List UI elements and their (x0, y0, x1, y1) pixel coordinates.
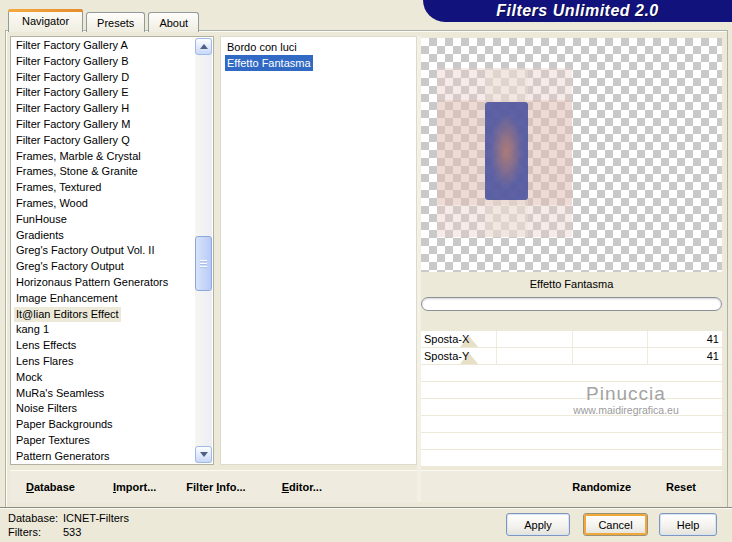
category-item[interactable]: Filter Factory Gallery M (12, 117, 195, 133)
category-item[interactable]: Greg's Factory Output Vol. II (12, 243, 195, 259)
apply-button[interactable]: Apply (506, 513, 570, 536)
category-item[interactable]: Mock (12, 370, 195, 386)
status-filters-label: Filters: (8, 526, 63, 540)
menu-label-accel: E (282, 481, 289, 493)
category-item[interactable]: Frames, Stone & Granite (12, 164, 195, 180)
slider-gridline (572, 348, 573, 364)
watermark-url: www.maidiregrafica.eu (540, 405, 712, 417)
category-item[interactable]: Filter Factory Gallery Q (12, 133, 195, 149)
randomize-button[interactable]: Randomize (572, 481, 631, 493)
category-item[interactable]: Lens Flares (12, 354, 195, 370)
category-item-label: Paper Backgrounds (14, 417, 115, 433)
category-scrollbar[interactable] (195, 38, 212, 463)
slider-gridline (647, 348, 648, 364)
progress-bar (421, 297, 722, 311)
menu-label-pre: Filter (186, 481, 216, 493)
slider-label: Sposta-Y (424, 350, 469, 362)
menu-label: Reset (666, 481, 696, 493)
category-item[interactable]: Paper Backgrounds (12, 417, 195, 433)
slider-label: Sposta-X (424, 333, 469, 345)
reset-button[interactable]: Reset (666, 481, 696, 493)
status-area: Database: ICNET-Filters Filters: 533 (8, 512, 129, 539)
category-item[interactable]: Filter Factory Gallery B (12, 54, 195, 70)
category-item[interactable]: kang 1 (12, 322, 195, 338)
database-button[interactable]: Database (26, 481, 75, 493)
category-item[interactable]: MuRa's Seamless (12, 386, 195, 402)
category-item-label: Frames, Marble & Crystal (14, 149, 143, 165)
category-item-label: Frames, Textured (14, 180, 103, 196)
category-item[interactable]: Image Enhancement (12, 291, 195, 307)
category-item-label: Frames, Wood (14, 196, 90, 212)
category-item-label: kang 1 (14, 322, 51, 338)
editor-button[interactable]: Editor... (282, 481, 322, 493)
status-database-label: Database: (8, 512, 63, 526)
category-item[interactable]: Filter Factory Gallery D (12, 70, 195, 86)
menu-label-post: nfo... (219, 481, 245, 493)
slider-row-sposta-y[interactable]: Sposta-Y41 (421, 348, 722, 364)
category-item[interactable]: Frames, Wood (12, 196, 195, 212)
left-command-bar: DatabaseImport...Filter Info...Editor... (10, 470, 417, 503)
filter-item-label: Bordo con luci (225, 39, 299, 55)
status-database-row: Database: ICNET-Filters (8, 512, 129, 526)
tab-navigator[interactable]: Navigator (8, 9, 83, 32)
slider-stack: Sposta-X41Sposta-Y41 (421, 331, 722, 365)
category-listbox: Filter Factory Gallery AFilter Factory G… (10, 36, 214, 465)
scrollbar-thumb[interactable] (195, 236, 212, 291)
category-item-label: Filter Factory Gallery B (14, 54, 130, 70)
empty-row (421, 433, 722, 449)
filter-item[interactable]: Bordo con luci (221, 39, 416, 55)
category-item[interactable]: Filter Factory Gallery E (12, 85, 195, 101)
category-item[interactable]: Greg's Factory Output (12, 259, 195, 275)
tab-presets[interactable]: Presets (86, 12, 145, 32)
category-item[interactable]: Gradients (12, 228, 195, 244)
menu-label-accel: D (26, 481, 34, 493)
category-item-label: Filter Factory Gallery A (14, 38, 130, 54)
slider-row-sposta-x[interactable]: Sposta-X41 (421, 331, 722, 347)
category-item[interactable]: Pattern Generators (12, 449, 195, 463)
help-button[interactable]: Help (659, 513, 717, 536)
category-item-label: Filter Factory Gallery E (14, 85, 130, 101)
slider-gridline (572, 331, 573, 347)
category-item[interactable]: Frames, Marble & Crystal (12, 149, 195, 165)
menu-label-post: atabase (34, 481, 75, 493)
category-item[interactable]: Lens Effects (12, 338, 195, 354)
category-item[interactable]: Horizonaus Pattern Generators (12, 275, 195, 291)
slider-gridline (647, 331, 648, 347)
filter-info-button[interactable]: Filter Info... (186, 481, 245, 493)
filter-item[interactable]: Effetto Fantasma (221, 55, 416, 71)
title-banner: Filters Unlimited 2.0 (423, 0, 732, 22)
category-item-label: MuRa's Seamless (14, 386, 106, 402)
category-item[interactable]: Paper Textures (12, 433, 195, 449)
category-item-label: Pattern Generators (14, 449, 112, 463)
menu-label-post: ditor... (289, 481, 322, 493)
category-item-label: It@lian Editors Effect (14, 307, 121, 323)
category-item-label: Image Enhancement (14, 291, 120, 307)
category-item-label: Lens Flares (14, 354, 75, 370)
category-item[interactable]: Filter Factory Gallery H (12, 101, 195, 117)
tab-about[interactable]: About (148, 12, 199, 32)
category-item-label: Noise Filters (14, 401, 79, 417)
import-button[interactable]: Import... (113, 481, 156, 493)
category-item-label: Paper Textures (14, 433, 92, 449)
category-item[interactable]: It@lian Editors Effect (12, 307, 195, 323)
category-item[interactable]: Filter Factory Gallery A (12, 38, 195, 54)
tab-about-label: About (159, 17, 188, 29)
category-item[interactable]: FunHouse (12, 212, 195, 228)
slider-gridline (496, 348, 497, 364)
selected-filter-name: Effetto Fantasma (530, 278, 614, 290)
category-item[interactable]: Noise Filters (12, 401, 195, 417)
cancel-button[interactable]: Cancel (583, 513, 648, 536)
category-item[interactable]: Frames, Textured (12, 180, 195, 196)
scroll-down-button[interactable] (195, 446, 212, 463)
category-item-label: Greg's Factory Output Vol. II (14, 243, 156, 259)
watermark-name: Pinuccia (540, 384, 712, 405)
preview-image-core (485, 102, 528, 200)
tab-strip: Navigator Presets About (8, 9, 202, 32)
tab-navigator-label: Navigator (22, 15, 69, 27)
preview-canvas[interactable] (421, 38, 722, 272)
category-item-label: Filter Factory Gallery Q (14, 133, 132, 149)
scroll-up-button[interactable] (195, 38, 212, 55)
status-filters-row: Filters: 533 (8, 526, 129, 540)
category-item-label: FunHouse (14, 212, 69, 228)
category-item-label: Filter Factory Gallery H (14, 101, 131, 117)
